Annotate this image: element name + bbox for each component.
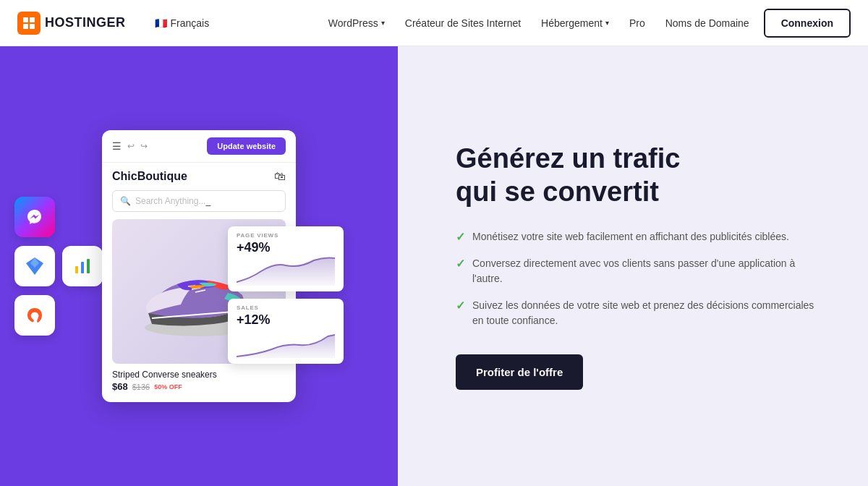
logo-icon [17, 12, 41, 35]
float-icons [14, 197, 103, 336]
flag-icon: 🇫🇷 [155, 17, 167, 29]
feature-2: ✓ Conversez directement avec vos clients… [456, 256, 825, 286]
check-icon-1: ✓ [456, 230, 465, 244]
page-views-card: PAGE VIEWS +49% [228, 226, 344, 291]
messenger-card [14, 197, 55, 237]
page-views-label: PAGE VIEWS [237, 232, 335, 239]
ads-icon [72, 256, 93, 276]
nav-links: WordPress ▾ Créateur de Sites Internet H… [328, 17, 749, 29]
navbar: HOSTINGER 🇫🇷 Français WordPress ▾ Créate… [0, 0, 868, 46]
diamond-card [14, 246, 55, 286]
hero-left: ☰ ↩ ↪ Update website ChicBoutique 🛍 🔍 Se… [0, 46, 398, 486]
feature-text-3: Suivez les données de votre site web et … [472, 298, 825, 328]
search-icon: 🔍 [120, 196, 131, 206]
svg-rect-0 [23, 17, 28, 22]
mockup-topbar: ☰ ↩ ↪ Update website [102, 130, 296, 163]
price-new: $68 [112, 381, 128, 392]
messenger-icon [26, 208, 43, 226]
swirl-card [14, 295, 55, 336]
nav-domains[interactable]: Noms de Domaine [665, 17, 749, 29]
svg-rect-3 [30, 24, 35, 29]
chevron-down-icon: ▾ [605, 19, 609, 27]
page-views-chart [237, 257, 335, 286]
check-icon-3: ✓ [456, 299, 465, 312]
search-bar[interactable]: 🔍 Search Anything..._ [112, 190, 286, 212]
website-mockup: ☰ ↩ ↪ Update website ChicBoutique 🛍 🔍 Se… [102, 130, 296, 402]
page-views-value: +49% [237, 240, 335, 255]
feature-3: ✓ Suivez les données de votre site web e… [456, 298, 825, 328]
sales-label: SALES [237, 304, 335, 311]
logo[interactable]: HOSTINGER [17, 12, 126, 35]
hero-title: Générez un trafic qui se convertit [456, 142, 825, 208]
product-price: $68 $136 50% OFF [112, 381, 286, 392]
nav-hosting[interactable]: Hébergement ▾ [541, 17, 609, 29]
price-old: $136 [132, 383, 150, 391]
cta-button[interactable]: Profiter de l'offre [456, 354, 583, 390]
features-list: ✓ Monétisez votre site web facilement en… [456, 229, 825, 328]
ads-card [62, 246, 103, 286]
undo-icon: ↩ [127, 141, 135, 151]
lang-selector[interactable]: 🇫🇷 Français [155, 17, 210, 29]
swirl-icon [25, 305, 45, 325]
cart-icon: 🛍 [274, 170, 286, 183]
connexion-button[interactable]: Connexion [764, 9, 851, 38]
check-icon-2: ✓ [456, 257, 465, 270]
logo-text: HOSTINGER [45, 15, 126, 30]
nav-creator[interactable]: Créateur de Sites Internet [405, 17, 521, 29]
price-badge: 50% OFF [154, 383, 182, 391]
redo-icon: ↪ [140, 141, 148, 151]
sales-card: SALES +12% [228, 299, 344, 364]
hero-section: ☰ ↩ ↪ Update website ChicBoutique 🛍 🔍 Se… [0, 46, 868, 486]
sales-value: +12% [237, 312, 335, 328]
nav-pro[interactable]: Pro [629, 17, 645, 29]
product-showcase: PAGE VIEWS +49% [112, 219, 286, 364]
feature-text-1: Monétisez votre site web facilement en a… [472, 229, 789, 244]
feature-1: ✓ Monétisez votre site web facilement en… [456, 229, 825, 244]
product-name: Striped Converse sneakers [112, 370, 286, 380]
svg-rect-7 [81, 262, 84, 273]
mockup-header: ChicBoutique 🛍 [102, 163, 296, 190]
product-info: Striped Converse sneakers $68 $136 50% O… [102, 364, 296, 402]
chevron-down-icon: ▾ [381, 19, 385, 27]
update-website-button[interactable]: Update website [207, 137, 286, 155]
sales-chart [237, 329, 335, 358]
svg-rect-6 [75, 266, 78, 273]
diamond-icon [25, 256, 45, 276]
svg-rect-8 [87, 259, 90, 273]
menu-icon: ☰ [112, 140, 122, 152]
svg-rect-2 [23, 24, 28, 29]
hostinger-icon [22, 16, 36, 30]
feature-text-2: Conversez directement avec vos clients s… [472, 256, 825, 286]
site-title: ChicBoutique [112, 170, 187, 183]
nav-wordpress[interactable]: WordPress ▾ [328, 17, 385, 29]
hero-right: Générez un trafic qui se convertit ✓ Mon… [398, 46, 868, 486]
search-placeholder: Search Anything..._ [135, 196, 210, 206]
svg-rect-1 [30, 17, 35, 22]
lang-label: Français [171, 17, 210, 29]
